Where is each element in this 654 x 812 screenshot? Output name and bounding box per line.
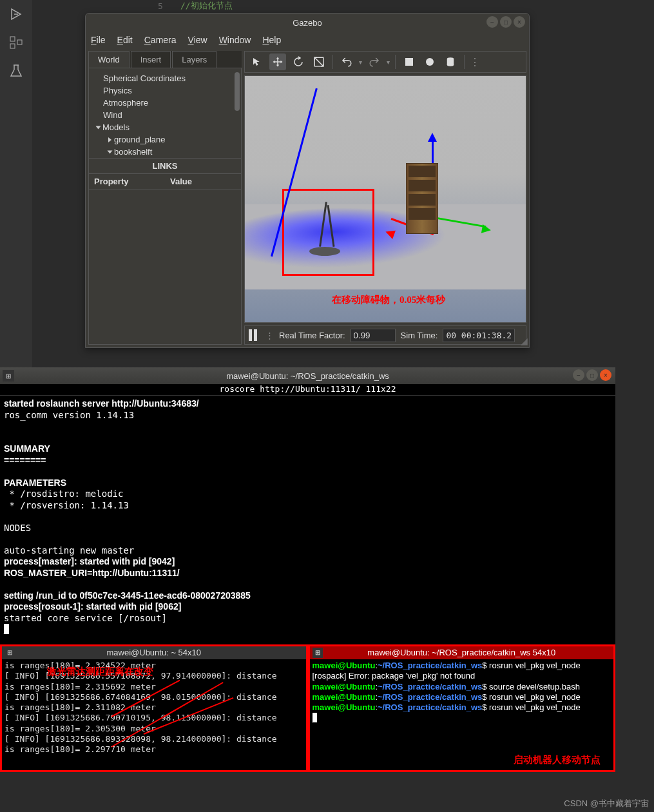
menu-edit[interactable]: Edit bbox=[117, 35, 133, 45]
gazebo-title: Gazebo bbox=[293, 18, 322, 28]
redo-icon[interactable] bbox=[366, 53, 383, 70]
property-header: Property Value bbox=[89, 174, 241, 189]
svg-point-8 bbox=[447, 63, 454, 66]
extensions-icon[interactable] bbox=[8, 35, 24, 50]
menu-view[interactable]: View bbox=[188, 35, 207, 45]
bookshelf-model[interactable] bbox=[406, 163, 438, 234]
tree-spherical[interactable]: Spherical Coordinates bbox=[89, 72, 241, 84]
pane-icon[interactable]: ⊞ bbox=[3, 370, 14, 382]
select-tool-icon[interactable] bbox=[249, 53, 265, 70]
svg-rect-4 bbox=[405, 58, 413, 66]
bottom-terminal-row: ⊞mawei@Ubuntu: ~ 54x10 is ranges[180]= 2… bbox=[0, 644, 615, 772]
svg-rect-0 bbox=[10, 37, 15, 41]
right-annotation: 启动机器人移动节点 bbox=[514, 754, 601, 766]
menu-help[interactable]: Help bbox=[262, 35, 281, 45]
editor-line-number: 5 bbox=[158, 1, 163, 11]
close-button[interactable]: × bbox=[514, 16, 525, 28]
pause-button[interactable] bbox=[249, 329, 260, 341]
tree-scrollbar[interactable] bbox=[235, 72, 240, 111]
editor-comment: //初始化节点 bbox=[180, 0, 233, 12]
sphere-shape-icon[interactable] bbox=[421, 53, 438, 70]
undo-icon[interactable] bbox=[338, 53, 355, 70]
pane-icon[interactable]: ⊞ bbox=[313, 648, 323, 658]
tab-layers[interactable]: Layers bbox=[172, 51, 216, 68]
rtf-label: Real Time Factor: bbox=[279, 331, 345, 340]
scale-tool-icon[interactable] bbox=[311, 53, 327, 70]
term-minimize-button[interactable]: − bbox=[573, 369, 584, 381]
gazebo-statusbar: ⋮ Real Time Factor: Sim Time: 00 00:01:3… bbox=[244, 325, 526, 345]
gazebo-left-panel: World Insert Layers Spherical Coordinate… bbox=[88, 51, 242, 345]
gazebo-window: Gazebo − □ × File Edit Camera View Windo… bbox=[85, 13, 530, 348]
tree-ground-plane[interactable]: ground_plane bbox=[89, 133, 241, 146]
term-close-button[interactable]: × bbox=[600, 369, 611, 381]
world-tree: Spherical Coordinates Physics Atmosphere… bbox=[88, 68, 242, 345]
main-terminal-title: mawei@Ubuntu: ~/ROS_practice/catkin_ws bbox=[226, 371, 389, 381]
col-property: Property bbox=[89, 174, 165, 189]
flask-icon[interactable] bbox=[8, 63, 24, 79]
tree-bookshelft[interactable]: bookshelft bbox=[89, 146, 241, 158]
pane-icon[interactable]: ⊞ bbox=[5, 648, 15, 658]
right-terminal: ⊞mawei@Ubuntu: ~/ROS_practice/catkin_ws … bbox=[308, 644, 616, 772]
y-axis-arrow bbox=[428, 133, 437, 142]
rtf-value[interactable] bbox=[351, 329, 396, 342]
simtime-label: Sim Time: bbox=[401, 331, 438, 340]
simtime-value: 00 00:01:38.2 bbox=[443, 329, 515, 342]
main-terminal-titlebar[interactable]: mawei@Ubuntu: ~/ROS_practice/catkin_ws −… bbox=[0, 367, 615, 384]
menu-camera[interactable]: Camera bbox=[144, 35, 177, 45]
ide-activity-bar bbox=[0, 0, 32, 367]
svg-point-5 bbox=[426, 58, 434, 66]
minimize-button[interactable]: − bbox=[486, 16, 498, 28]
tab-insert[interactable]: Insert bbox=[131, 51, 171, 68]
z-axis-arrow bbox=[481, 224, 492, 235]
svg-rect-1 bbox=[10, 44, 15, 48]
tree-physics[interactable]: Physics bbox=[89, 84, 241, 97]
run-icon[interactable] bbox=[8, 6, 24, 22]
tree-wind[interactable]: Wind bbox=[89, 109, 241, 121]
watermark: CSDN @书中藏着宇宙 bbox=[564, 798, 649, 809]
main-terminal-output[interactable]: started roslaunch server http://Ubuntu:3… bbox=[0, 396, 615, 638]
canvas-annotation: 在移动障碍物，0.05米每秒 bbox=[332, 294, 445, 306]
robot-base bbox=[309, 247, 340, 256]
tab-world[interactable]: World bbox=[88, 51, 130, 68]
tree-links-header: LINKS bbox=[89, 158, 241, 174]
left-annotation: 激光雷达测距距离在改变 bbox=[47, 666, 153, 678]
menu-window[interactable]: Window bbox=[219, 35, 251, 45]
gazebo-toolbar: ▾ ▾ ⋮ bbox=[244, 51, 526, 73]
term-maximize-button[interactable]: □ bbox=[586, 369, 598, 381]
more-icon[interactable]: ⋮ bbox=[470, 56, 480, 68]
gazebo-viewport[interactable]: 在移动障碍物，0.05米每秒 bbox=[244, 75, 526, 323]
rotate-tool-icon[interactable] bbox=[290, 53, 307, 70]
move-tool-icon[interactable] bbox=[269, 53, 286, 70]
cylinder-shape-icon[interactable] bbox=[442, 53, 459, 70]
col-value: Value bbox=[165, 174, 241, 189]
menu-file[interactable]: File bbox=[91, 35, 106, 45]
gazebo-main-panel: ▾ ▾ ⋮ bbox=[244, 51, 526, 345]
maximize-button[interactable]: □ bbox=[500, 16, 512, 28]
resize-grip-icon[interactable]: ◢ bbox=[521, 336, 528, 346]
box-shape-icon[interactable] bbox=[401, 53, 418, 70]
gazebo-menubar: File Edit Camera View Window Help bbox=[86, 32, 529, 48]
tree-atmosphere[interactable]: Atmosphere bbox=[89, 97, 241, 109]
main-terminal-tab[interactable]: roscore http://Ubuntu:11311/ 111x22 bbox=[0, 384, 615, 396]
tree-models[interactable]: Models bbox=[89, 121, 241, 133]
right-terminal-title[interactable]: ⊞mawei@Ubuntu: ~/ROS_practice/catkin_ws … bbox=[310, 646, 614, 659]
svg-rect-2 bbox=[17, 40, 22, 44]
gazebo-titlebar[interactable]: Gazebo − □ × bbox=[86, 14, 529, 32]
left-terminal-title[interactable]: ⊞mawei@Ubuntu: ~ 54x10 bbox=[2, 646, 306, 659]
left-terminal: ⊞mawei@Ubuntu: ~ 54x10 is ranges[180]= 2… bbox=[0, 644, 308, 772]
